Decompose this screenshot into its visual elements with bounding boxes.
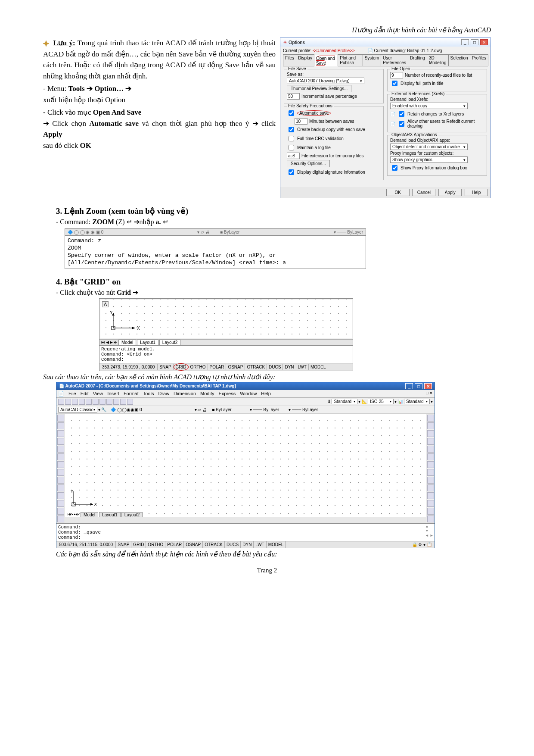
open-icon[interactable] <box>65 399 71 405</box>
tab-profiles[interactable]: Profiles <box>470 54 488 66</box>
sb-dyn[interactable]: DYN <box>283 364 296 370</box>
menu-help[interactable]: Help <box>261 391 271 397</box>
win-max-icon[interactable]: □ <box>415 383 422 389</box>
redo-icon[interactable] <box>113 399 119 405</box>
options-tabs[interactable]: Files Display Open and Save Plot and Pub… <box>283 54 488 66</box>
sb-lwt[interactable]: LWT <box>254 541 266 548</box>
zoom-icon[interactable] <box>127 399 133 405</box>
sb-otrack[interactable]: OTRACK <box>203 541 225 548</box>
menu-modify[interactable]: Modify <box>200 391 214 397</box>
circle-icon[interactable] <box>57 438 64 445</box>
sb-snap[interactable]: SNAP <box>116 541 131 548</box>
nav-last-icon[interactable]: ⏭ <box>114 340 118 344</box>
menu-view[interactable]: View <box>93 391 103 397</box>
menu-window[interactable]: Window <box>240 391 257 397</box>
sb-ortho[interactable]: ORTHO <box>146 541 165 548</box>
thumbnail-button[interactable]: Thumbnail Preview Settings... <box>287 85 351 92</box>
tab-layout2[interactable]: Layout2 <box>121 512 143 517</box>
spline-icon[interactable] <box>57 469 64 476</box>
nav-prev-icon[interactable]: ◀ <box>106 340 109 344</box>
ok-button[interactable]: OK <box>386 189 410 196</box>
region-icon[interactable] <box>57 492 64 499</box>
extend-icon[interactable] <box>427 492 434 499</box>
isp-input[interactable] <box>287 93 300 100</box>
sb-model[interactable]: MODEL <box>267 541 286 548</box>
line-icon[interactable] <box>57 415 64 422</box>
ext-input[interactable] <box>287 153 300 159</box>
menu-tools[interactable]: Tools <box>143 391 154 397</box>
recent-input[interactable] <box>390 72 403 78</box>
sb-ducs[interactable]: DUCS <box>225 541 241 548</box>
tab-selection[interactable]: Selection <box>448 54 470 66</box>
drawing-area[interactable]: A X Y <box>100 300 352 338</box>
sb-osnap[interactable]: OSNAP <box>226 364 245 370</box>
trim-icon[interactable] <box>427 484 434 491</box>
copy2-icon[interactable] <box>427 422 434 429</box>
point-icon[interactable] <box>57 477 64 484</box>
log-check[interactable] <box>289 145 294 150</box>
backup-check[interactable] <box>289 127 294 132</box>
fillet-icon[interactable] <box>427 500 434 507</box>
sb-grid[interactable]: GRID <box>131 541 146 548</box>
workspace-select[interactable]: AutoCAD Classic <box>58 407 97 412</box>
undo-icon[interactable] <box>106 399 112 405</box>
sb-grid[interactable]: GRID <box>174 363 189 371</box>
arx-select[interactable]: Object detect and command invoke <box>390 144 468 150</box>
fullpath-check[interactable] <box>392 81 397 86</box>
sb-ducs[interactable]: DUCS <box>267 364 283 370</box>
nav-first-icon[interactable]: ⏮ <box>101 340 105 344</box>
scale-icon[interactable] <box>427 469 434 476</box>
text-icon[interactable] <box>57 508 64 515</box>
maximize-icon[interactable]: □ <box>471 39 478 45</box>
tab-model[interactable]: Model <box>81 512 98 517</box>
sig-check[interactable] <box>289 169 294 175</box>
sb-snap[interactable]: SNAP <box>158 364 173 370</box>
explode-icon[interactable] <box>427 515 434 522</box>
nav-next-icon[interactable]: ▶ <box>110 340 113 344</box>
sb-osnap[interactable]: OSNAP <box>184 541 203 548</box>
save-icon[interactable] <box>72 399 78 405</box>
offset-icon[interactable] <box>427 438 434 445</box>
auto-save-check[interactable] <box>289 110 294 116</box>
menu-file[interactable]: File <box>68 391 76 397</box>
move-icon[interactable] <box>427 453 434 460</box>
tab-display[interactable]: Display <box>296 54 314 66</box>
save-format-select[interactable]: AutoCAD 2007 Drawing (*.dwg) <box>287 78 364 84</box>
ray-icon[interactable] <box>57 422 64 429</box>
tab-layout2[interactable]: Layout2 <box>159 340 181 345</box>
tab-layout1[interactable]: Layout1 <box>99 512 121 517</box>
acad-drawing-area[interactable]: X Y ⏮◀▶⏭ Model Layout1 Layout2 <box>65 414 426 517</box>
table-icon[interactable] <box>57 500 64 507</box>
sb-model[interactable]: MODEL <box>309 364 328 370</box>
close-icon[interactable]: ✕ <box>480 39 488 45</box>
rotate-icon[interactable] <box>427 461 434 468</box>
cancel-button[interactable]: Cancel <box>412 189 435 196</box>
sb-lwt[interactable]: LWT <box>296 364 309 370</box>
block-icon[interactable] <box>57 515 64 522</box>
rect-icon[interactable] <box>57 446 64 453</box>
sb-polar[interactable]: POLAR <box>208 364 227 370</box>
tab-system[interactable]: System <box>363 54 381 66</box>
hatch-icon[interactable] <box>57 484 64 491</box>
ellipse-icon[interactable] <box>57 461 64 468</box>
minimize-icon[interactable]: _ <box>461 39 469 45</box>
menu-dimension[interactable]: Dimension <box>174 391 196 397</box>
allow-check[interactable] <box>399 121 404 127</box>
nav-icons[interactable]: ⏮◀▶⏭ <box>68 512 80 517</box>
tab-3d[interactable]: 3D Modeling <box>427 54 449 66</box>
security-button[interactable]: Security Options... <box>287 160 330 167</box>
help-button[interactable]: Help <box>465 189 488 196</box>
tab-model[interactable]: Model <box>118 340 136 345</box>
scroll-icons[interactable]: ▲▼◀ ▶ <box>426 525 433 540</box>
cut-icon[interactable] <box>86 399 92 405</box>
stretch-icon[interactable] <box>427 477 434 484</box>
menu-express[interactable]: Express <box>218 391 236 397</box>
table-select[interactable]: Standard <box>404 399 430 404</box>
a-button[interactable]: A <box>102 301 109 307</box>
sb-polar[interactable]: POLAR <box>165 541 184 548</box>
sb-otrack[interactable]: OTRACK <box>245 364 267 370</box>
menu-format[interactable]: Format <box>124 391 139 397</box>
menu-insert[interactable]: Insert <box>107 391 119 397</box>
print-icon[interactable] <box>79 399 85 405</box>
apply-button[interactable]: Apply <box>438 189 462 196</box>
